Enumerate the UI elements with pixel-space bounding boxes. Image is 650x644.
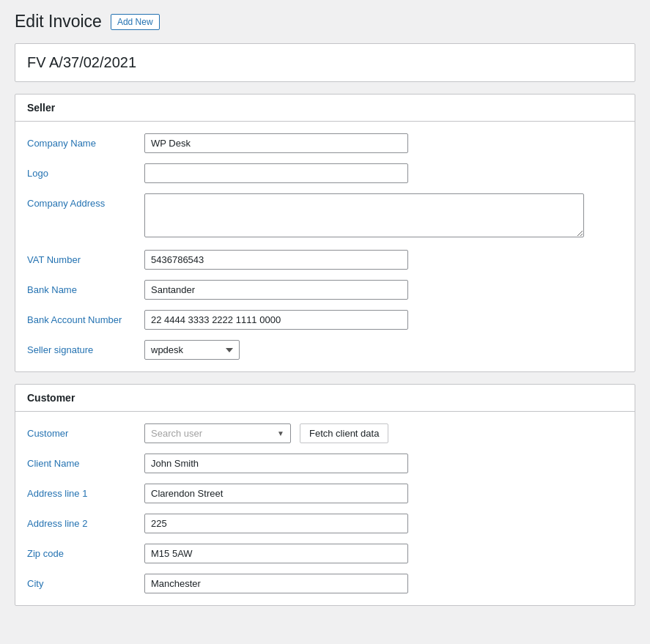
logo-input[interactable] xyxy=(144,163,408,183)
company-name-row: Company Name xyxy=(27,133,623,153)
city-input[interactable] xyxy=(144,574,408,593)
zip-code-row: Zip code xyxy=(27,544,623,563)
page-title: Edit Invoice xyxy=(15,12,102,32)
company-address-input[interactable] xyxy=(144,193,584,237)
company-address-field xyxy=(144,193,584,240)
zip-code-label: Zip code xyxy=(27,544,144,559)
chevron-down-icon: ▼ xyxy=(277,429,284,437)
bank-name-label: Bank Name xyxy=(27,280,144,295)
invoice-number: FV A/37/02/2021 xyxy=(27,54,136,70)
fetch-client-data-button[interactable]: Fetch client data xyxy=(300,423,388,443)
bank-account-row: Bank Account Number xyxy=(27,310,623,330)
logo-field xyxy=(144,163,584,183)
seller-signature-select[interactable]: wpdesk xyxy=(144,340,240,360)
address-line1-input[interactable] xyxy=(144,484,408,503)
company-name-field xyxy=(144,133,584,153)
city-label: City xyxy=(27,574,144,589)
city-row: City xyxy=(27,574,623,593)
address-line2-input[interactable] xyxy=(144,514,408,533)
vat-number-field xyxy=(144,250,584,270)
client-name-label: Client Name xyxy=(27,454,144,469)
add-new-button[interactable]: Add New xyxy=(111,14,160,30)
bank-name-field xyxy=(144,280,584,300)
address-line2-field xyxy=(144,514,584,533)
address-line2-row: Address line 2 xyxy=(27,514,623,533)
company-name-label: Company Name xyxy=(27,133,144,149)
logo-label: Logo xyxy=(27,163,144,179)
company-address-row: Company Address xyxy=(27,193,623,240)
zip-code-input[interactable] xyxy=(144,544,408,563)
address-line1-row: Address line 1 xyxy=(27,484,623,503)
seller-signature-field: wpdesk xyxy=(144,340,584,360)
seller-signature-row: Seller signature wpdesk xyxy=(27,340,623,360)
address-line2-label: Address line 2 xyxy=(27,514,144,529)
zip-code-field xyxy=(144,544,584,563)
customer-field: Search user ▼ Fetch client data xyxy=(144,423,584,443)
address-line1-label: Address line 1 xyxy=(27,484,144,499)
vat-number-input[interactable] xyxy=(144,250,408,270)
logo-row: Logo xyxy=(27,163,623,183)
bank-account-input[interactable] xyxy=(144,310,408,330)
seller-signature-label: Seller signature xyxy=(27,340,144,355)
invoice-number-bar: FV A/37/02/2021 xyxy=(15,43,635,82)
seller-section: Seller Company Name Logo Company Address xyxy=(15,94,635,372)
seller-section-body: Company Name Logo Company Address xyxy=(15,122,635,371)
customer-row: Customer Search user ▼ Fetch client data xyxy=(27,423,623,443)
bank-account-label: Bank Account Number xyxy=(27,310,144,325)
bank-account-field xyxy=(144,310,584,330)
customer-search-placeholder: Search user xyxy=(151,428,274,439)
client-name-input[interactable] xyxy=(144,454,408,473)
client-name-field xyxy=(144,454,584,473)
customer-search-select[interactable]: Search user ▼ xyxy=(144,423,291,443)
vat-number-label: VAT Number xyxy=(27,250,144,265)
customer-section-header: Customer xyxy=(15,385,635,412)
client-name-row: Client Name xyxy=(27,454,623,473)
bank-name-row: Bank Name xyxy=(27,280,623,300)
bank-name-input[interactable] xyxy=(144,280,408,300)
customer-section-body: Customer Search user ▼ Fetch client data… xyxy=(15,412,635,605)
vat-number-row: VAT Number xyxy=(27,250,623,270)
company-name-input[interactable] xyxy=(144,133,408,153)
page-header: Edit Invoice Add New xyxy=(15,12,635,32)
seller-section-header: Seller xyxy=(15,95,635,122)
page-wrapper: Edit Invoice Add New FV A/37/02/2021 Sel… xyxy=(0,0,650,644)
customer-section: Customer Customer Search user ▼ Fetch cl… xyxy=(15,384,635,606)
address-line1-field xyxy=(144,484,584,503)
customer-label: Customer xyxy=(27,423,144,439)
company-address-label: Company Address xyxy=(27,193,144,209)
city-field xyxy=(144,574,584,593)
